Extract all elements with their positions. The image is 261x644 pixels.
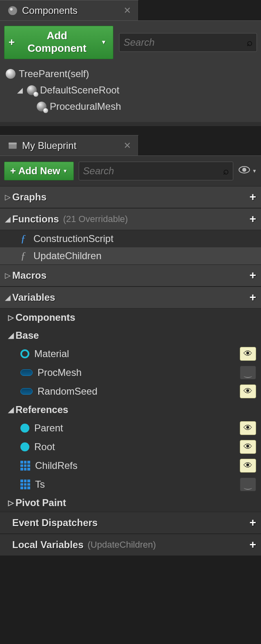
chevron-down-icon: ◢ <box>8 405 15 414</box>
visibility-toggle[interactable]: 👁 <box>240 459 256 473</box>
tree-row-procmesh[interactable]: ProceduralMesh <box>4 98 257 115</box>
variable-item-parent[interactable]: Parent 👁 <box>0 419 261 437</box>
chevron-right-icon: ▷ <box>8 313 15 322</box>
group-label: Base <box>15 330 39 341</box>
variables-group-components[interactable]: ▷ Components <box>0 309 261 326</box>
function-item-updatechildren[interactable]: ƒ UpdateChildren <box>0 247 261 264</box>
variables-group-references[interactable]: ◢ References <box>0 401 261 419</box>
components-tree: TreeParent(self) ◢ DefaultSceneRoot Proc… <box>4 64 257 116</box>
visibility-toggle[interactable]: ‿ <box>240 366 256 380</box>
chevron-right-icon: ▷ <box>5 271 12 280</box>
svg-point-5 <box>242 168 246 172</box>
blueprint-search-input[interactable] <box>83 165 223 177</box>
svg-rect-3 <box>9 142 17 144</box>
variable-name: ProcMesh <box>38 367 82 378</box>
components-search-input[interactable] <box>124 37 247 48</box>
variable-type-icon <box>20 388 33 395</box>
scene-component-icon <box>27 85 37 95</box>
section-dispatchers[interactable]: ▷ Event Dispatchers + <box>0 512 261 534</box>
plus-icon: + <box>10 165 16 177</box>
variables-group-base[interactable]: ◢ Base <box>0 326 261 344</box>
function-item-construction[interactable]: ƒ ConstructionScript <box>0 230 261 247</box>
expand-toggle-icon[interactable]: ◢ <box>17 86 24 95</box>
variable-type-icon <box>20 461 30 471</box>
caret-down-icon: ▼ <box>252 168 257 174</box>
variable-item-ts[interactable]: Ts ‿ <box>0 475 261 494</box>
variable-name: ChildRefs <box>35 460 77 471</box>
variable-item-material[interactable]: Material 👁 <box>0 344 261 363</box>
function-name: ConstructionScript <box>33 233 113 244</box>
chevron-down-icon: ◢ <box>8 331 15 340</box>
section-functions[interactable]: ◢ Functions (21 Overridable) + <box>0 208 261 230</box>
functions-label: Functions <box>12 213 59 225</box>
visibility-toggle[interactable]: 👁 <box>240 347 256 361</box>
tree-label-sceneroot: DefaultSceneRoot <box>40 84 119 96</box>
variable-name: Parent <box>34 422 63 434</box>
variable-item-procmesh[interactable]: ProcMesh ‿ <box>0 363 261 382</box>
tree-row-sceneroot[interactable]: ◢ DefaultSceneRoot <box>4 82 257 98</box>
functions-sublabel: (21 Overridable) <box>63 214 128 224</box>
blueprint-tab-bar: My Blueprint ✕ <box>0 135 261 155</box>
panel-gap <box>0 126 261 135</box>
scene-component-icon <box>37 102 46 111</box>
variables-group-pivot[interactable]: ▷ Pivot Paint <box>0 494 261 512</box>
locals-sublabel: (UpdateChildren) <box>88 540 156 550</box>
blueprint-search[interactable]: ⌕ <box>79 162 234 180</box>
plus-icon: + <box>9 36 15 49</box>
add-variable-button[interactable]: + <box>250 291 256 304</box>
svg-point-1 <box>10 8 13 11</box>
dispatchers-label: Event Dispatchers <box>12 517 97 529</box>
variable-item-childrefs[interactable]: ChildRefs 👁 <box>0 456 261 475</box>
section-locals[interactable]: ▷ Local Variables (UpdateChildren) + <box>0 534 261 556</box>
components-tab-bar: Components ✕ <box>0 0 261 20</box>
macros-label: Macros <box>12 270 46 281</box>
variables-label: Variables <box>12 292 55 303</box>
components-tab[interactable]: Components ✕ <box>0 0 139 20</box>
section-graphs[interactable]: ▷ Graphs + <box>0 186 261 208</box>
variable-type-icon <box>20 349 29 358</box>
chevron-down-icon: ◢ <box>5 293 12 302</box>
components-toolbar: + Add Component ▼ ⌕ <box>4 26 257 59</box>
components-body: + Add Component ▼ ⌕ TreeParent(self) ◢ D… <box>0 20 261 122</box>
svg-point-0 <box>8 6 17 15</box>
variable-type-icon <box>20 442 29 451</box>
section-macros[interactable]: ▷ Macros + <box>0 264 261 286</box>
close-icon[interactable]: ✕ <box>124 5 131 16</box>
graphs-label: Graphs <box>12 191 46 203</box>
locals-label: Local Variables <box>12 539 84 551</box>
visibility-toggle[interactable]: 👁 <box>240 421 256 435</box>
eye-icon <box>238 166 250 176</box>
variable-name: RandomSeed <box>38 386 97 397</box>
section-variables[interactable]: ◢ Variables + <box>0 286 261 309</box>
add-dispatcher-button[interactable]: + <box>250 516 256 529</box>
add-macro-button[interactable]: + <box>250 269 256 282</box>
add-new-label: Add New <box>18 165 60 177</box>
variable-item-randomseed[interactable]: RandomSeed 👁 <box>0 382 261 401</box>
visibility-toggle[interactable]: 👁 <box>240 440 256 454</box>
view-options-button[interactable]: ▼ <box>238 166 257 176</box>
chevron-down-icon: ◢ <box>5 215 12 224</box>
blueprint-tab[interactable]: My Blueprint ✕ <box>0 135 139 155</box>
add-component-button[interactable]: + Add Component ▼ <box>4 26 113 59</box>
close-icon[interactable]: ✕ <box>124 140 131 151</box>
visibility-toggle[interactable]: ‿ <box>240 477 256 491</box>
components-panel: Components ✕ + Add Component ▼ ⌕ TreePar… <box>0 0 261 126</box>
add-function-button[interactable]: + <box>250 213 256 226</box>
caret-down-icon: ▼ <box>63 168 68 174</box>
variable-item-root[interactable]: Root 👁 <box>0 437 261 456</box>
variable-type-icon <box>20 424 29 433</box>
chevron-right-icon: ▷ <box>8 498 15 507</box>
variable-name: Root <box>34 441 55 453</box>
add-graph-button[interactable]: + <box>250 191 256 204</box>
add-local-button[interactable]: + <box>250 538 256 551</box>
variable-type-icon <box>20 369 33 376</box>
visibility-toggle[interactable]: 👁 <box>240 384 256 398</box>
add-new-button[interactable]: + Add New ▼ <box>4 162 74 180</box>
chevron-right-icon: ▷ <box>5 193 12 202</box>
actor-icon <box>6 69 15 79</box>
blueprint-icon <box>7 140 18 151</box>
components-search[interactable]: ⌕ <box>119 33 257 52</box>
blueprint-title: My Blueprint <box>22 140 76 151</box>
tree-row-self[interactable]: TreeParent(self) <box>4 66 257 82</box>
tree-label-self: TreeParent(self) <box>19 68 89 80</box>
